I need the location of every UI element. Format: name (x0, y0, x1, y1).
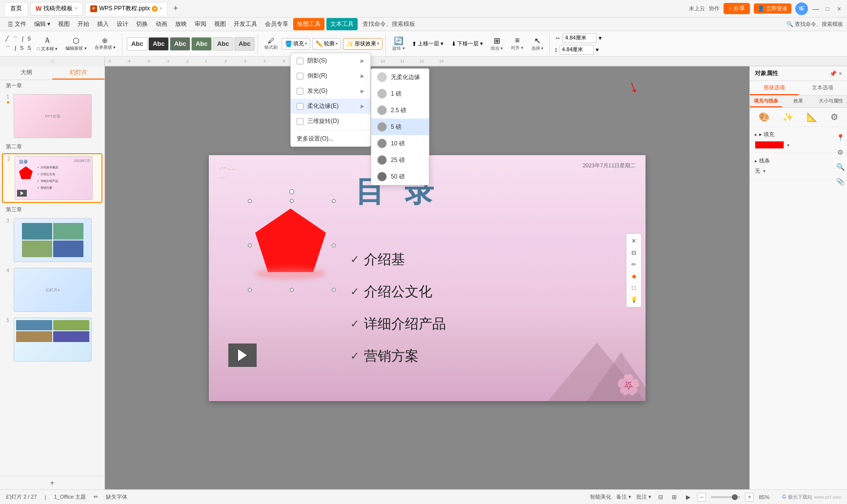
shape-container[interactable] (253, 204, 331, 287)
align-btn[interactable]: ≡ 对齐 ▾ (508, 35, 526, 53)
play-button[interactable] (228, 343, 257, 367)
handle-left[interactable] (248, 243, 252, 247)
add-slide-btn[interactable]: + (0, 476, 104, 489)
right-icon-size[interactable]: 📐 (807, 112, 817, 122)
zoom-out-btn[interactable]: − (697, 493, 706, 502)
select-btn[interactable]: ↖ 选择 ▾ (528, 35, 547, 53)
line-tool-1[interactable]: ╱ (4, 35, 10, 43)
height-stepper[interactable]: ▾ (596, 46, 599, 53)
softedge-item[interactable]: 柔化边缘(E) ▶ (291, 99, 370, 114)
shape-btn[interactable]: ⬡ 编辑形状 ▾ (62, 35, 90, 53)
layer-down-btn[interactable]: ⬇ 下移一层 ▾ (448, 38, 486, 50)
handle-bottom[interactable] (290, 288, 294, 292)
備注-btn[interactable]: 备注 ▾ (616, 493, 631, 501)
批注-btn[interactable]: 批注 ▾ (636, 493, 651, 501)
rotate-btn[interactable]: 🔄 旋转 ▾ (390, 35, 407, 53)
right-panel-extra-1[interactable]: 📍 (834, 132, 846, 143)
handle-top[interactable] (290, 199, 294, 203)
share-btn[interactable]: ↑ 分享 (724, 3, 750, 14)
line-dropdown-arrow[interactable]: ▾ (763, 168, 766, 174)
slide-thumb-5[interactable]: 5 (2, 316, 102, 363)
3d-rotation-item[interactable]: 三维旋转(D) (291, 114, 370, 129)
25pt-item[interactable]: 25 磅 (371, 152, 429, 168)
size-attr-tab[interactable]: 大小与属性 (815, 96, 847, 107)
fill-section-title[interactable]: ▸ ▸ 填充 (755, 131, 842, 138)
menu-transition[interactable]: 切换 (132, 18, 152, 30)
text-options-tab[interactable]: 文本选项 (799, 81, 847, 95)
2.5pt-item[interactable]: 2.5 磅 (371, 102, 429, 119)
line-tool-8[interactable]: S (26, 44, 32, 53)
group-btn[interactable]: ⊞ 组合 ▾ (488, 35, 506, 53)
zoom-slider[interactable] (711, 496, 740, 498)
width-stepper[interactable]: ▾ (599, 35, 602, 41)
shape-options-tab[interactable]: 形状选项 (750, 81, 799, 95)
text-box-btn[interactable]: Ａ □ 文本框 ▾ (34, 35, 61, 53)
minimize-btn[interactable]: — (812, 5, 820, 13)
menu-developer[interactable]: 开发工具 (230, 18, 261, 30)
collab-btn[interactable]: 协作 (709, 5, 720, 12)
menu-view[interactable]: 视图 (54, 18, 74, 30)
10pt-item[interactable]: 10 磅 (371, 135, 429, 152)
right-icon-extra[interactable]: ⚙ (830, 112, 838, 122)
width-input[interactable] (563, 33, 597, 43)
fill-color-swatch[interactable] (755, 141, 784, 149)
style-btn-3[interactable]: Abc (170, 37, 190, 51)
rotate-handle[interactable] (289, 189, 294, 194)
sidebar-tab-slides[interactable]: 幻灯片 (52, 66, 104, 80)
outline-btn[interactable]: ✏️ 轮廓 ▾ (312, 38, 341, 50)
shape-effect-btn[interactable]: ✨ 形状效果 ▾ (343, 38, 383, 50)
float-btn-layers[interactable]: ⊟ (628, 247, 639, 258)
line-tool-2[interactable]: ⌒ (11, 35, 20, 43)
line-tool-5[interactable]: ⌒ (4, 44, 12, 53)
style-btn-2[interactable]: Abc (148, 37, 169, 51)
template-tab[interactable]: W 找稿壳模板 × (30, 2, 83, 16)
close-btn[interactable]: × (835, 5, 843, 13)
line-tool-7[interactable]: S (19, 44, 25, 53)
style-btn-4[interactable]: Abc (191, 37, 212, 51)
right-panel-extra-2[interactable]: ⚙ (834, 146, 846, 158)
menu-insert[interactable]: 插入 (93, 18, 113, 30)
handle-bottom-right[interactable] (332, 288, 336, 292)
layer-up-btn[interactable]: ⬆ 上移一层 ▾ (409, 38, 446, 50)
zoom-thumb[interactable] (732, 494, 738, 500)
panel-close-btn[interactable]: × (839, 70, 842, 77)
menu-text-tool[interactable]: 文本工具 (326, 18, 358, 30)
50pt-item[interactable]: 50 磅 (371, 168, 429, 185)
float-btn-x[interactable]: ✕ (628, 236, 639, 246)
format-style-btn[interactable]: 🖊 格式刷 (262, 35, 280, 53)
play-slideshow-btn[interactable]: ▶ (684, 493, 692, 502)
handle-bottom-left[interactable] (248, 288, 252, 292)
menu-edit[interactable]: 编辑 ▾ (30, 18, 54, 30)
view-grid-btn[interactable]: ⊞ (670, 493, 679, 502)
line-tool-6[interactable]: ∫ (13, 44, 18, 53)
zoom-in-btn[interactable]: + (745, 493, 754, 502)
float-btn-square[interactable]: □ (628, 282, 639, 293)
maximize-btn[interactable]: □ (824, 5, 831, 13)
merge-shape-btn[interactable]: ⊕ 合并形状 ▾ (91, 35, 120, 53)
5pt-item[interactable]: 5 磅 (371, 119, 429, 135)
menu-animation[interactable]: 动画 (152, 18, 171, 30)
line-tools[interactable]: ╱ ⌒ ∫ S ⌒ ∫ S S (4, 35, 33, 53)
shadow-item[interactable]: 阴影(S) ▶ (291, 53, 370, 68)
right-icon-effect[interactable]: ✨ (783, 112, 793, 122)
style-btn-1[interactable]: Abc (127, 37, 147, 51)
height-input[interactable] (560, 45, 594, 55)
menu-view2[interactable]: 视图 (210, 18, 230, 30)
line-section-title[interactable]: ▸ 线条 (755, 157, 842, 164)
glow-item[interactable]: 发光(G) ▶ (291, 83, 370, 99)
sidebar-tab-outline[interactable]: 大纲 (0, 66, 52, 80)
1pt-item[interactable]: 1 磅 (371, 85, 429, 102)
float-btn-light[interactable]: 💡 (628, 294, 639, 305)
right-panel-extra-3[interactable]: 🔍 (834, 161, 846, 173)
float-btn-pencil[interactable]: ✏ (628, 259, 639, 270)
panel-pin-btn[interactable]: 📌 (829, 70, 837, 77)
fill-line-tab[interactable]: 填充与线条 (750, 96, 782, 107)
template-tab-close[interactable]: × (75, 6, 78, 11)
view-normal-btn[interactable]: ⊟ (656, 493, 665, 502)
home-tab[interactable]: 首页 (4, 2, 28, 16)
menu-slideshow[interactable]: 放映 (171, 18, 191, 30)
menu-start[interactable]: 开始 (74, 18, 93, 30)
slide-thumb-2[interactable]: 2 目录 2023年7月 ✓ 介绍基本概况 ✓ 介绍公文化 ✓ 详细介绍产品 ✓… (2, 153, 102, 203)
reflection-item[interactable]: 倒影(R) ▶ (291, 68, 370, 83)
float-btn-diamond[interactable]: ◆ (628, 271, 639, 282)
